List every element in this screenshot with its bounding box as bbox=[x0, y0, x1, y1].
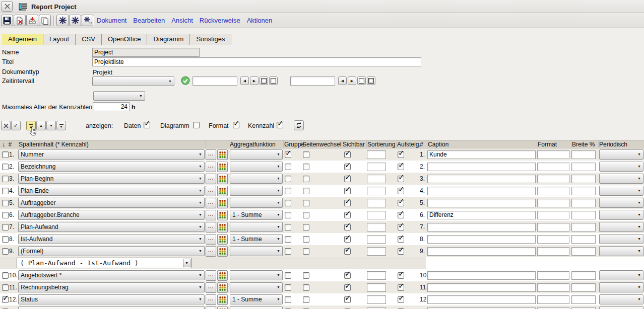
sichtbar-checkbox[interactable] bbox=[344, 284, 351, 291]
breite-input[interactable] bbox=[571, 187, 596, 195]
caption-input[interactable] bbox=[427, 283, 536, 292]
breite-input[interactable] bbox=[571, 163, 596, 171]
color-grid-button[interactable] bbox=[217, 234, 228, 245]
sortierung-input[interactable] bbox=[367, 295, 386, 304]
color-grid-button[interactable] bbox=[217, 294, 228, 305]
caption-input[interactable] bbox=[427, 271, 536, 280]
calendar-button[interactable] bbox=[269, 76, 278, 85]
sortierung-input[interactable] bbox=[367, 223, 386, 231]
caption-input[interactable] bbox=[427, 163, 536, 171]
row-select-checkbox[interactable] bbox=[2, 284, 9, 291]
menu-dokument[interactable]: Dokument bbox=[97, 17, 126, 24]
aggregate-select[interactable]: ▼ bbox=[230, 246, 283, 256]
row-select-checkbox[interactable] bbox=[2, 164, 9, 170]
link-button-3[interactable] bbox=[82, 15, 94, 26]
caption-input[interactable] bbox=[427, 150, 536, 159]
zeit-from-input[interactable] bbox=[192, 76, 237, 86]
seitenwechsel-checkbox[interactable] bbox=[303, 212, 309, 218]
breite-input[interactable] bbox=[571, 307, 596, 309]
row-select-checkbox[interactable] bbox=[2, 212, 9, 218]
sichtbar-checkbox[interactable] bbox=[344, 224, 351, 230]
breite-input[interactable] bbox=[571, 247, 596, 256]
menu-ansicht[interactable]: Ansicht bbox=[171, 17, 193, 24]
column-content-select[interactable]: Ist-Aufwand▼ bbox=[18, 234, 205, 244]
menu-bearbeiten[interactable]: Bearbeiten bbox=[133, 17, 165, 24]
aufsteig-checkbox[interactable] bbox=[398, 164, 404, 170]
aufsteig-checkbox[interactable] bbox=[398, 284, 404, 291]
periodisch-select[interactable]: ▼ bbox=[599, 306, 643, 309]
gruppe-checkbox[interactable] bbox=[285, 212, 291, 218]
caption-input[interactable] bbox=[427, 211, 536, 219]
breite-input[interactable] bbox=[571, 271, 596, 280]
format-input[interactable] bbox=[537, 175, 569, 183]
seitenwechsel-checkbox[interactable] bbox=[303, 272, 309, 279]
aufsteig-checkbox[interactable] bbox=[398, 176, 404, 182]
color-grid-button[interactable] bbox=[217, 270, 228, 281]
periodisch-select[interactable]: ▼ bbox=[599, 210, 643, 220]
column-content-select[interactable]: Bezeichnung▼ bbox=[18, 162, 205, 172]
formula-input[interactable]: ( Plan-Aufwand - Ist-Aufwand ) ▼ bbox=[17, 258, 191, 268]
gruppe-checkbox[interactable] bbox=[285, 164, 291, 170]
column-content-select[interactable]: Plan-Beginn▼ bbox=[18, 174, 205, 184]
import-button[interactable] bbox=[26, 15, 38, 26]
format-input[interactable] bbox=[537, 307, 569, 309]
formula-dropdown-button[interactable]: ▼ bbox=[183, 259, 190, 267]
row-select-checkbox[interactable] bbox=[2, 151, 9, 158]
sichtbar-checkbox[interactable] bbox=[344, 212, 351, 218]
link-button-1[interactable] bbox=[56, 15, 69, 26]
sortierung-input[interactable] bbox=[367, 283, 386, 292]
color-grid-button[interactable] bbox=[217, 162, 228, 172]
sichtbar-checkbox[interactable] bbox=[344, 176, 351, 182]
breite-input[interactable] bbox=[571, 235, 596, 244]
calendar-button[interactable] bbox=[260, 76, 268, 85]
gruppe-checkbox[interactable] bbox=[285, 188, 291, 194]
row-select-checkbox[interactable] bbox=[2, 272, 9, 279]
aufsteig-checkbox[interactable] bbox=[398, 236, 404, 243]
format-input[interactable] bbox=[537, 247, 569, 256]
seitenwechsel-checkbox[interactable] bbox=[303, 284, 309, 291]
seitenwechsel-checkbox[interactable] bbox=[303, 188, 309, 194]
sortierung-input[interactable] bbox=[367, 235, 386, 244]
menu-rueckverweise[interactable]: Rückverweise bbox=[200, 17, 240, 24]
column-content-select[interactable]: Rechnungsbetrag▼ bbox=[18, 282, 205, 292]
color-grid-button[interactable] bbox=[217, 186, 228, 196]
color-grid-button[interactable] bbox=[217, 282, 228, 293]
aggregate-select[interactable]: 1 - Summe▼ bbox=[230, 234, 283, 244]
aggregate-select[interactable]: ▼ bbox=[230, 162, 283, 172]
caption-input[interactable] bbox=[427, 175, 536, 183]
seitenwechsel-checkbox[interactable] bbox=[303, 224, 309, 230]
format-input[interactable] bbox=[537, 211, 569, 219]
aufsteig-checkbox[interactable] bbox=[398, 212, 404, 218]
caption-input[interactable] bbox=[427, 307, 536, 309]
sichtbar-checkbox[interactable] bbox=[344, 296, 351, 303]
breite-input[interactable] bbox=[571, 295, 596, 304]
aggregate-select[interactable]: ▼ bbox=[230, 149, 283, 160]
periodisch-select[interactable]: ▼ bbox=[599, 234, 643, 244]
periodisch-select[interactable]: ▼ bbox=[599, 186, 643, 196]
gruppe-checkbox[interactable] bbox=[285, 296, 291, 303]
gruppe-checkbox[interactable] bbox=[285, 284, 291, 291]
column-content-select[interactable]: Nummer▼ bbox=[18, 149, 205, 160]
sichtbar-checkbox[interactable] bbox=[344, 236, 351, 243]
column-content-select[interactable]: Auftraggeber.Branche▼ bbox=[18, 210, 205, 220]
options-button[interactable]: ... bbox=[206, 174, 216, 184]
breite-input[interactable] bbox=[571, 175, 596, 183]
aufsteig-checkbox[interactable] bbox=[398, 200, 404, 206]
periodisch-select[interactable]: ▼ bbox=[599, 198, 643, 208]
gruppe-checkbox[interactable] bbox=[285, 236, 291, 243]
format-input[interactable] bbox=[537, 283, 569, 292]
next-button[interactable]: ▶ bbox=[250, 76, 259, 85]
sortierung-input[interactable] bbox=[367, 271, 386, 280]
close-button[interactable] bbox=[2, 1, 13, 12]
aggregate-select[interactable]: 1 - Summe▼ bbox=[230, 210, 283, 220]
options-button[interactable]: ... bbox=[206, 294, 216, 305]
gruppe-checkbox[interactable] bbox=[285, 151, 291, 158]
aufsteig-checkbox[interactable] bbox=[398, 188, 404, 194]
sichtbar-checkbox[interactable] bbox=[344, 200, 351, 206]
sichtbar-checkbox[interactable] bbox=[344, 188, 351, 194]
max-alter-input[interactable] bbox=[93, 102, 130, 111]
move-down-button[interactable]: ▼ bbox=[46, 121, 56, 130]
titel-field[interactable] bbox=[92, 57, 421, 66]
next-button[interactable]: ▶ bbox=[348, 76, 356, 85]
caption-input[interactable] bbox=[427, 235, 536, 244]
